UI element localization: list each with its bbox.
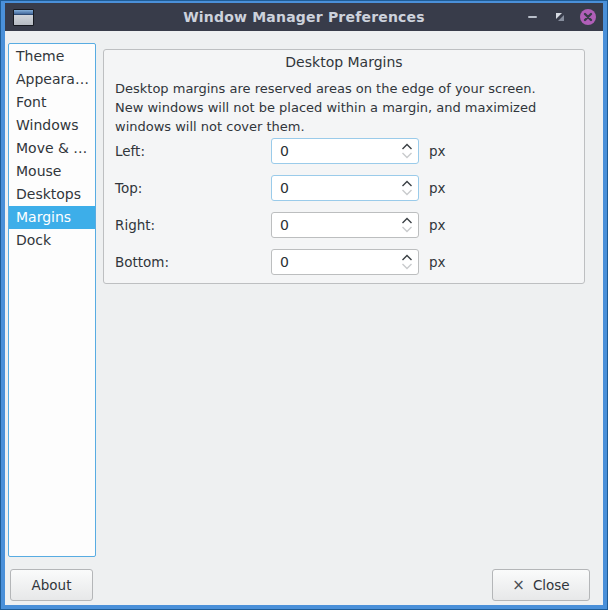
top-margin-spinbox [271,175,419,201]
dialog-body: Theme Appeara… Font Windows Move & … Mou… [1,31,607,609]
desktop-margins-frame: Desktop Margins Desktop margins are rese… [103,49,585,284]
maximize-button[interactable] [551,8,569,26]
margin-row-left: Left: px [115,138,584,164]
sidebar-item-mouse[interactable]: Mouse [9,160,95,183]
top-margin-spin-buttons[interactable] [400,177,414,199]
spin-down-icon [401,188,413,196]
margin-fields: Left: px Top: [115,138,584,286]
window-manager-preferences-dialog: Window Manager Preferences [0,0,608,610]
right-margin-spinbox [271,212,419,238]
sidebar-item-dock[interactable]: Dock [9,229,95,252]
close-button-label: Close [533,577,570,593]
spin-up-icon [401,254,413,262]
sidebar-item-appearance[interactable]: Appeara… [9,68,95,91]
close-dialog-button[interactable]: × Close [492,569,590,601]
window-title: Window Manager Preferences [1,1,607,31]
window-controls [523,8,599,26]
sidebar-item-desktops[interactable]: Desktops [9,183,95,206]
frame-title: Desktop Margins [104,54,584,70]
maximize-icon [554,11,566,23]
right-unit-label: px [429,217,446,233]
close-button[interactable] [579,8,597,26]
sidebar-item-move-resize[interactable]: Move & … [9,137,95,160]
minimize-icon [528,16,537,18]
margin-row-top: Top: px [115,175,584,201]
minimize-button[interactable] [523,8,541,26]
bottom-margin-input[interactable] [271,249,419,275]
spin-down-icon [401,151,413,159]
right-label: Right: [115,217,271,233]
bottom-margin-spin-buttons[interactable] [400,251,414,273]
right-margin-spin-buttons[interactable] [400,214,414,236]
margins-description: Desktop margins are reserved areas on th… [115,79,574,136]
bottom-margin-spinbox [271,249,419,275]
margin-row-right: Right: px [115,212,584,238]
category-list: Theme Appeara… Font Windows Move & … Mou… [8,43,96,557]
left-unit-label: px [429,143,446,159]
about-button[interactable]: About [10,569,93,601]
close-x-icon: × [512,578,525,593]
about-button-label: About [32,577,72,593]
spin-down-icon [401,262,413,270]
left-label: Left: [115,143,271,159]
top-unit-label: px [429,180,446,196]
top-label: Top: [115,180,271,196]
sidebar-item-theme[interactable]: Theme [9,45,95,68]
close-icon [580,9,596,25]
bottom-unit-label: px [429,254,446,270]
spin-up-icon [401,180,413,188]
spin-up-icon [401,143,413,151]
right-margin-input[interactable] [271,212,419,238]
sidebar-item-margins[interactable]: Margins [9,206,95,229]
left-margin-spin-buttons[interactable] [400,140,414,162]
top-margin-input[interactable] [271,175,419,201]
titlebar[interactable]: Window Manager Preferences [1,1,607,31]
bottom-label: Bottom: [115,254,271,270]
spin-up-icon [401,217,413,225]
margin-row-bottom: Bottom: px [115,249,584,275]
sidebar-item-windows[interactable]: Windows [9,114,95,137]
left-margin-input[interactable] [271,138,419,164]
left-margin-spinbox [271,138,419,164]
sidebar-item-font[interactable]: Font [9,91,95,114]
spin-down-icon [401,225,413,233]
